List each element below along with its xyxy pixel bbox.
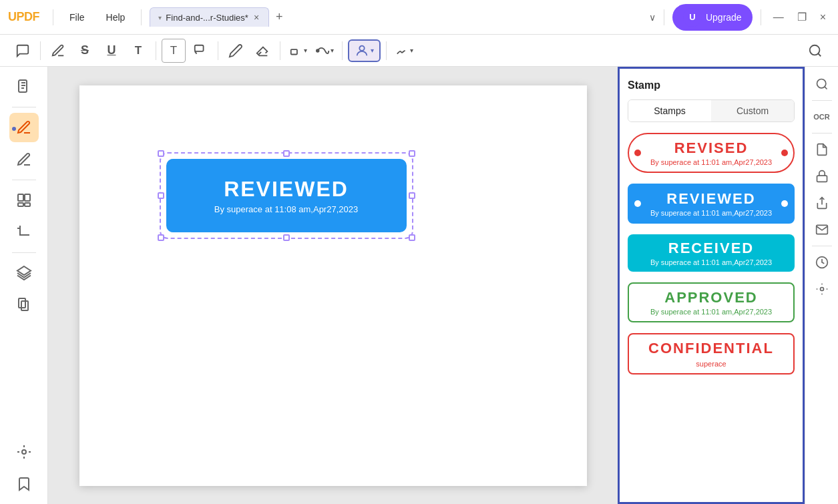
svg-point-4 [810, 45, 820, 55]
history-icon[interactable] [810, 250, 834, 274]
tab-close-button[interactable]: × [252, 12, 260, 23]
stamp-item-approved[interactable]: APPROVED By superace at 11:01 am,Apr27,2… [628, 282, 795, 322]
sidebar-item-highlight[interactable] [9, 113, 39, 142]
handle-bottom-right[interactable] [409, 234, 415, 241]
menu-file[interactable]: File [61, 9, 93, 25]
upgrade-button[interactable]: U Upgrade [672, 4, 753, 31]
toolbar-divider3 [218, 41, 218, 60]
sign-tool[interactable]: ▾ [392, 39, 416, 63]
handle-middle-right[interactable] [409, 192, 415, 199]
tab-stamps[interactable]: Stamps [628, 100, 711, 121]
share-icon[interactable] [810, 191, 834, 215]
stamp-confidential-sub: superace [640, 360, 783, 368]
sidebar-item-crop[interactable] [9, 218, 39, 247]
strikethrough-tool[interactable]: S [73, 39, 97, 63]
handle-bottom-center[interactable] [283, 234, 290, 241]
sidebar-item-bookmark[interactable] [9, 469, 39, 499]
new-tab-button[interactable]: + [272, 10, 287, 24]
fr-divider2 [812, 133, 832, 134]
canvas-stamp-title: REVIEWED [224, 177, 349, 202]
toolbar-divider4 [280, 41, 280, 60]
divider4 [761, 9, 761, 25]
stamp-tool-button[interactable]: ▾ [348, 39, 381, 62]
stamp-confidential-content: CONFIDENTIAL superace [628, 333, 795, 374]
tab-bar: ▾ Find-and-...r-Studies* × + [150, 7, 644, 27]
svg-rect-9 [25, 203, 30, 206]
handle-top-center[interactable] [283, 150, 290, 157]
sidebar-item-pages2[interactable] [9, 290, 39, 320]
tab-title: Find-and-...r-Studies* [166, 13, 248, 23]
divider [53, 9, 53, 25]
text-label-tool[interactable]: T [126, 39, 150, 63]
svg-point-13 [22, 450, 26, 454]
left-sidebar [0, 67, 48, 504]
tabs-dropdown-button[interactable]: ∨ [649, 12, 656, 23]
stamp-panel-tabs: Stamps Custom [628, 99, 795, 122]
convert-icon[interactable] [810, 138, 834, 162]
close-button[interactable]: × [816, 11, 830, 23]
sidebar-item-document[interactable] [9, 72, 39, 101]
protect-icon[interactable] [810, 164, 834, 188]
stamp-dot-left [634, 150, 641, 156]
stamp-item-reviewed[interactable]: REVIEWED By superace at 11:01 am,Apr27,2… [628, 184, 795, 224]
curve-tool[interactable]: ▾ [312, 39, 337, 63]
stamp-approved-sub: By superace at 11:01 am,Apr27,2023 [640, 308, 783, 316]
title-bar: UPDF File Help ▾ Find-and-...r-Studies* … [0, 0, 838, 35]
save-icon[interactable] [810, 277, 834, 301]
stamp-approved-title: APPROVED [640, 289, 783, 306]
toolbar: S U T T ▾ ▾ ▾ ▾ [0, 35, 838, 67]
sidebar-item-pages[interactable] [9, 186, 39, 215]
app-logo: UPDF [8, 10, 39, 24]
menu-help[interactable]: Help [98, 9, 134, 25]
shapes-tool[interactable]: ▾ [286, 39, 310, 63]
highlight-tool[interactable] [46, 39, 70, 63]
stamp-item-received[interactable]: RECEIVED By superace at 11:01 am,Apr27,2… [628, 234, 795, 272]
right-controls: ∨ U Upgrade — ❐ × [649, 4, 830, 31]
svg-rect-15 [817, 176, 827, 182]
svg-point-18 [820, 288, 823, 291]
stamp-item-revised[interactable]: REVISED By superace at 11:01 am,Apr27,20… [628, 133, 795, 173]
sidebar-item-tools[interactable] [9, 437, 39, 467]
stamp-dot-right [781, 150, 788, 156]
stamp-confidential-title: CONFIDENTIAL [640, 340, 783, 357]
comment-tool[interactable] [11, 39, 35, 63]
canvas-stamp-sub: By superace at 11:08 am,Apr27,2023 [214, 204, 358, 214]
text-box-tool[interactable] [188, 39, 212, 63]
search-button[interactable] [803, 39, 827, 63]
handle-top-right[interactable] [409, 150, 415, 157]
fr-divider1 [812, 100, 832, 101]
maximize-button[interactable]: ❐ [793, 11, 811, 23]
stamp-revised-content: REVISED By superace at 11:01 am,Apr27,20… [628, 133, 795, 173]
email-icon[interactable] [810, 218, 834, 242]
handle-top-left[interactable] [158, 150, 164, 157]
fr-divider3 [812, 246, 832, 246]
eraser-tool[interactable] [250, 39, 274, 63]
svg-point-3 [359, 45, 364, 50]
tab-custom[interactable]: Custom [711, 100, 794, 121]
toolbar-divider2 [156, 41, 156, 60]
canvas-stamp[interactable]: REVIEWED By superace at 11:08 am,Apr27,2… [160, 152, 413, 239]
text-tool[interactable]: T [162, 39, 186, 63]
sidebar-item-layers[interactable] [9, 258, 39, 288]
active-tab[interactable]: ▾ Find-and-...r-Studies* × [150, 7, 269, 27]
handle-middle-left[interactable] [158, 192, 164, 199]
sidebar-divider1 [12, 107, 36, 107]
sidebar-divider2 [12, 180, 36, 180]
pen-tool[interactable] [224, 39, 248, 63]
underline-tool[interactable]: U [99, 39, 124, 63]
stamp-approved-content: APPROVED By superace at 11:01 am,Apr27,2… [628, 282, 795, 322]
toolbar-divider5 [342, 41, 343, 60]
ocr-icon[interactable]: OCR [810, 105, 834, 129]
handle-bottom-left[interactable] [158, 234, 164, 241]
svg-rect-1 [290, 49, 296, 54]
far-right-sidebar: OCR [805, 67, 838, 504]
search-icon-right[interactable] [810, 72, 834, 96]
stamp-received-sub: By superace at 11:01 am,Apr27,2023 [638, 258, 784, 266]
toolbar-divider6 [386, 41, 387, 60]
stamp-reviewed-dot-right [781, 200, 788, 207]
sidebar-item-edit[interactable] [9, 145, 39, 174]
stamp-item-confidential[interactable]: CONFIDENTIAL superace [628, 333, 795, 374]
stamp-panel-title: Stamp [628, 79, 795, 91]
stamp-revised-sub: By superace at 11:01 am,Apr27,2023 [640, 158, 783, 166]
minimize-button[interactable]: — [769, 11, 788, 23]
